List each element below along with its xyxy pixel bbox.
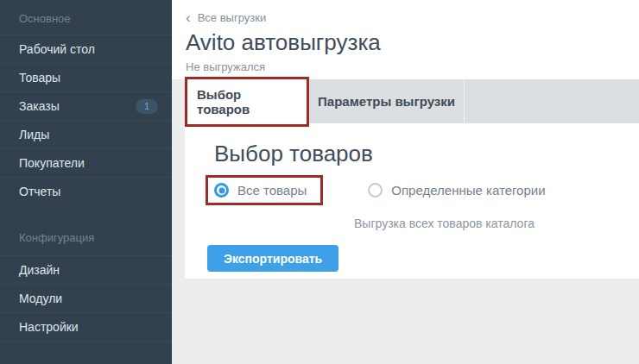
radio-label: Определенные категории — [391, 183, 545, 198]
sidebar-section-header-main: Основное — [0, 0, 172, 35]
main-area: ‹ Все выгрузки Avito автовыгрузка Не выг… — [172, 0, 639, 364]
content-heading: Выбор товаров — [214, 141, 639, 167]
sidebar-item-settings[interactable]: Настройки — [0, 312, 172, 341]
sidebar-item-label: Товары — [19, 64, 60, 92]
page-title: Avito автовыгрузка — [186, 29, 639, 56]
tab-product-selection[interactable]: Выбор товаров — [185, 79, 309, 123]
export-button[interactable]: Экспортировать — [207, 245, 338, 272]
sidebar-item-products[interactable]: Товары — [0, 63, 172, 91]
back-link-all-exports[interactable]: ‹ Все выгрузки — [186, 11, 266, 24]
tab-content-panel: Выбор товаров Все товары Определенные ка… — [185, 123, 639, 279]
sidebar-item-label: Лиды — [19, 121, 49, 149]
radio-option-all-products[interactable]: Все товары — [206, 175, 323, 205]
sidebar-item-modules[interactable]: Модули — [0, 284, 172, 312]
radio-help-text: Выгрузка всех товаров каталога — [354, 217, 639, 230]
sidebar-item-label: Дизайн — [19, 256, 60, 285]
export-status-text: Не выгружался — [186, 60, 639, 73]
sidebar-item-label: Отчеты — [19, 178, 60, 206]
sidebar-item-label: Покупатели — [19, 149, 85, 178]
radio-unselected-icon[interactable] — [368, 183, 383, 198]
tab-label: Выбор товаров — [197, 87, 250, 116]
sidebar: Основное Рабочий стол Товары Заказы 1 Ли… — [0, 0, 172, 364]
sidebar-item-customers[interactable]: Покупатели — [0, 148, 172, 177]
sidebar-section-header-config: Конфигурация — [0, 205, 172, 255]
tab-strip: Выбор товаров Параметры выгрузки — [185, 79, 639, 123]
sidebar-item-label: Модули — [19, 285, 62, 313]
radio-label: Все товары — [237, 183, 307, 198]
annotation-rect-tab: Выбор товаров — [185, 77, 309, 127]
sidebar-item-label: Рабочий стол — [19, 35, 95, 64]
sidebar-item-reports[interactable]: Отчеты — [0, 177, 172, 205]
product-selection-radio-row: Все товары Определенные категории — [206, 175, 639, 205]
sidebar-item-dashboard[interactable]: Рабочий стол — [0, 35, 172, 63]
sidebar-item-orders[interactable]: Заказы 1 — [0, 91, 172, 120]
back-link-label: Все выгрузки — [198, 11, 267, 24]
radio-selected-icon[interactable] — [214, 183, 229, 198]
sidebar-item-leads[interactable]: Лиды — [0, 120, 172, 148]
app-window: Основное Рабочий стол Товары Заказы 1 Ли… — [0, 0, 639, 364]
sidebar-item-design[interactable]: Дизайн — [0, 255, 172, 284]
orders-count-badge: 1 — [136, 99, 158, 114]
sidebar-item-label: Настройки — [19, 313, 79, 342]
tab-export-parameters[interactable]: Параметры выгрузки — [309, 79, 465, 123]
radio-option-specific-categories[interactable]: Определенные категории — [368, 183, 545, 198]
sidebar-item-label: Заказы — [19, 92, 60, 121]
chevron-left-icon: ‹ — [186, 12, 191, 23]
page-header: ‹ Все выгрузки Avito автовыгрузка Не выг… — [172, 0, 639, 79]
tab-label: Параметры выгрузки — [318, 94, 455, 109]
